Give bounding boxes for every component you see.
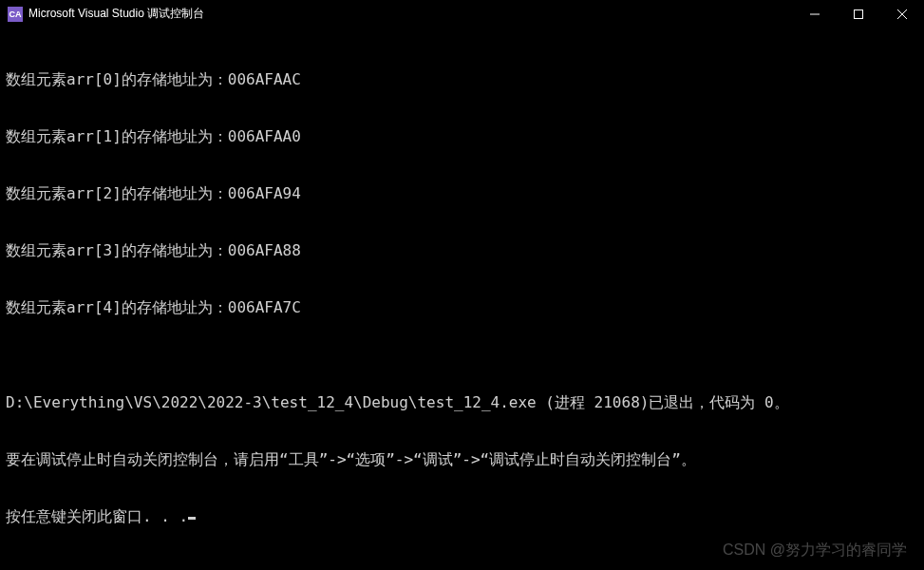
maximize-button[interactable]	[837, 0, 880, 28]
close-button[interactable]	[880, 0, 924, 28]
console-line: 数组元素arr[1]的存储地址为：006AFAA0	[6, 127, 918, 146]
console-output[interactable]: 数组元素arr[0]的存储地址为：006AFAAC 数组元素arr[1]的存储地…	[0, 28, 924, 549]
console-line: 按任意键关闭此窗口. . .	[6, 507, 918, 526]
cursor	[188, 517, 196, 520]
console-line: 要在调试停止时自动关闭控制台，请启用“工具”->“选项”->“调试”->“调试停…	[6, 450, 918, 469]
svg-rect-1	[855, 10, 863, 18]
console-line: D:\Everything\VS\2022\2022-3\test_12_4\D…	[6, 393, 918, 412]
minimize-button[interactable]	[793, 0, 837, 28]
minimize-icon	[810, 10, 820, 19]
console-line: 数组元素arr[4]的存储地址为：006AFA7C	[6, 298, 918, 317]
close-icon	[897, 10, 907, 19]
window-titlebar: CA Microsoft Visual Studio 调试控制台	[0, 0, 924, 28]
console-line: 数组元素arr[0]的存储地址为：006AFAAC	[6, 70, 918, 89]
console-line: 数组元素arr[3]的存储地址为：006AFA88	[6, 241, 918, 260]
window-title: Microsoft Visual Studio 调试控制台	[28, 6, 204, 22]
console-line: 数组元素arr[2]的存储地址为：006AFA94	[6, 184, 918, 203]
maximize-icon	[854, 10, 863, 19]
window-controls	[793, 0, 924, 28]
app-icon: CA	[8, 7, 23, 22]
console-text: 按任意键关闭此窗口. . .	[6, 507, 188, 525]
